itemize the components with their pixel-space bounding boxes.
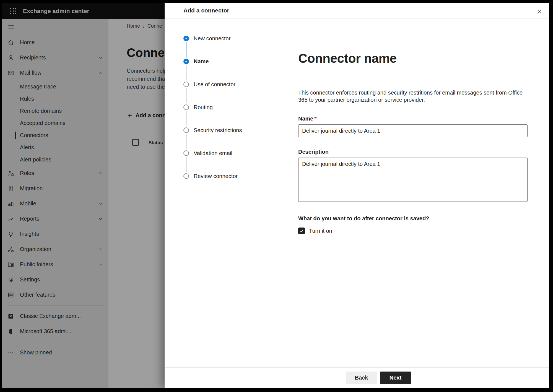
description-field-label: Description	[298, 149, 528, 155]
turn-it-on-row: Turn it on	[298, 228, 528, 234]
check-icon	[185, 129, 188, 132]
check-icon	[185, 60, 188, 63]
wizard-step[interactable]: Name	[183, 59, 277, 82]
step-label: Routing	[194, 104, 213, 111]
step-dot	[183, 150, 189, 156]
wizard-step[interactable]: Use of connector	[183, 82, 277, 104]
wizard-step[interactable]: Security restrictions	[183, 127, 277, 150]
step-dot	[183, 36, 189, 41]
description-textarea[interactable]: Deliver journal directly to Area 1	[298, 158, 528, 202]
step-label: Name	[194, 58, 209, 65]
name-input[interactable]	[298, 124, 528, 137]
back-button[interactable]: Back	[346, 372, 377, 384]
dialog-header: Add a connector	[165, 3, 549, 19]
step-dot	[183, 104, 189, 110]
step-dot	[183, 59, 189, 64]
wizard-page-title: Connector name	[298, 51, 528, 66]
check-icon	[300, 229, 304, 233]
wizard-step[interactable]: Review connector	[183, 173, 277, 196]
wizard-step[interactable]: Validation email	[183, 150, 277, 173]
check-icon	[185, 151, 188, 155]
app-window: Exchange admin center Home	[2, 3, 549, 388]
step-label: Validation email	[194, 150, 232, 156]
wizard-page: Connector name This connector enforces r…	[280, 19, 549, 367]
step-dot	[183, 173, 189, 179]
required-marker: *	[314, 116, 316, 122]
step-label: New connector	[194, 35, 230, 42]
next-button[interactable]: Next	[380, 372, 411, 384]
add-connector-dialog: Add a connector New connector	[165, 3, 549, 388]
close-icon	[536, 8, 543, 15]
check-icon	[185, 83, 188, 86]
check-icon	[185, 37, 188, 40]
dialog-title: Add a connector	[183, 7, 229, 14]
wizard-page-description: This connector enforces routing and secu…	[298, 89, 525, 103]
step-dot	[183, 82, 189, 87]
step-label: Use of connector	[194, 81, 235, 88]
check-icon	[185, 106, 188, 109]
close-button[interactable]	[535, 7, 544, 16]
wizard-step[interactable]: Routing	[183, 104, 277, 127]
wizard-step[interactable]: New connector	[183, 36, 277, 59]
wizard-steps-panel: New connector Name	[165, 19, 280, 367]
check-icon	[185, 174, 188, 178]
step-label: Security restrictions	[194, 127, 242, 134]
step-label: Review connector	[194, 173, 238, 179]
step-dot	[183, 127, 189, 133]
turn-it-on-label: Turn it on	[309, 228, 332, 234]
name-field-label: Name*	[298, 116, 528, 122]
dialog-footer: Back Next	[165, 367, 549, 388]
after-save-question: What do you want to do after connector i…	[298, 215, 528, 222]
turn-it-on-checkbox[interactable]	[298, 228, 305, 234]
